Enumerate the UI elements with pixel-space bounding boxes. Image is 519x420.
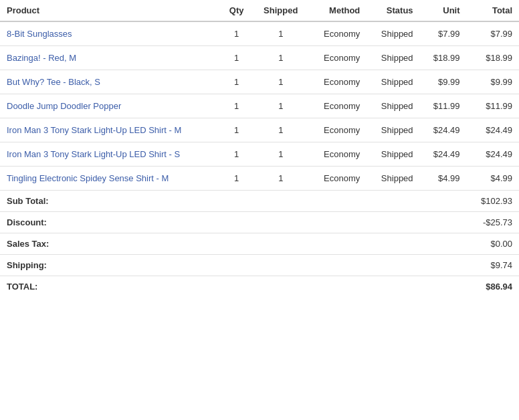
header-product: Product [0,0,220,21]
unit-cell: $24.49 [420,142,467,167]
salestax-value: $0.00 [467,233,519,255]
product-cell: Tingling Electronic Spidey Sense Shirt -… [0,167,220,191]
unit-cell: $4.99 [420,167,467,191]
total-cell: $24.49 [467,118,519,142]
table-row: Bazinga! - Red, M11EconomyShipped$18.99$… [0,46,519,70]
method-cell: Economy [308,142,367,167]
shipping-label: Shipping: [0,255,467,276]
qty-cell: 1 [220,46,253,70]
product-link[interactable]: Bazinga! - Red, M [7,53,76,63]
salestax-row: Sales Tax: $0.00 [0,233,519,255]
table-row: Doodle Jump Doodler Popper11EconomyShipp… [0,94,519,118]
header-status: Status [367,0,419,21]
table-row: 8-Bit Sunglasses11EconomyShipped$7.99$7.… [0,21,519,46]
shipped-cell: 1 [253,118,308,142]
table-row: But Why? Tee - Black, S11EconomyShipped$… [0,70,519,94]
qty-cell: 1 [220,70,253,94]
qty-cell: 1 [220,21,253,46]
status-cell: Shipped [367,46,419,70]
total-cell: $11.99 [467,94,519,118]
product-cell: Bazinga! - Red, M [0,46,220,70]
subtotal-row: Sub Total: $102.93 [0,191,519,212]
shipped-cell: 1 [253,21,308,46]
total-cell: $9.99 [467,70,519,94]
subtotal-value: $102.93 [467,191,519,212]
total-row: TOTAL: $86.94 [0,276,519,298]
unit-cell: $18.99 [420,46,467,70]
method-cell: Economy [308,46,367,70]
status-cell: Shipped [367,167,419,191]
status-cell: Shipped [367,118,419,142]
unit-cell: $9.99 [420,70,467,94]
product-link[interactable]: But Why? Tee - Black, S [7,77,100,87]
discount-value: -$25.73 [467,212,519,233]
shipped-cell: 1 [253,167,308,191]
header-qty: Qty [220,0,253,21]
header-method: Method [308,0,367,21]
product-link[interactable]: Doodle Jump Doodler Popper [7,101,121,111]
header-unit: Unit [420,0,467,21]
method-cell: Economy [308,167,367,191]
status-cell: Shipped [367,21,419,46]
order-table: Product Qty Shipped Method Status Unit T… [0,0,519,297]
shipped-cell: 1 [253,70,308,94]
total-cell: $4.99 [467,167,519,191]
table-row: Tingling Electronic Spidey Sense Shirt -… [0,167,519,191]
table-row: Iron Man 3 Tony Stark Light-Up LED Shirt… [0,142,519,167]
discount-label: Discount: [0,212,467,233]
method-cell: Economy [308,94,367,118]
subtotal-label: Sub Total: [0,191,467,212]
product-cell: 8-Bit Sunglasses [0,21,220,46]
status-cell: Shipped [367,94,419,118]
discount-row: Discount: -$25.73 [0,212,519,233]
header-shipped: Shipped [253,0,308,21]
total-value: $86.94 [467,276,519,298]
shipped-cell: 1 [253,142,308,167]
qty-cell: 1 [220,118,253,142]
unit-cell: $24.49 [420,118,467,142]
salestax-label: Sales Tax: [0,233,467,255]
shipped-cell: 1 [253,94,308,118]
product-link[interactable]: Iron Man 3 Tony Stark Light-Up LED Shirt… [7,125,181,135]
product-cell: Iron Man 3 Tony Stark Light-Up LED Shirt… [0,142,220,167]
table-row: Iron Man 3 Tony Stark Light-Up LED Shirt… [0,118,519,142]
shipped-cell: 1 [253,46,308,70]
total-cell: $7.99 [467,21,519,46]
status-cell: Shipped [367,70,419,94]
qty-cell: 1 [220,94,253,118]
status-cell: Shipped [367,142,419,167]
method-cell: Economy [308,70,367,94]
product-cell: But Why? Tee - Black, S [0,70,220,94]
shipping-row: Shipping: $9.74 [0,255,519,276]
total-label: TOTAL: [0,276,467,298]
product-link[interactable]: Tingling Electronic Spidey Sense Shirt -… [7,173,169,183]
product-link[interactable]: 8-Bit Sunglasses [7,29,72,39]
header-total: Total [467,0,519,21]
qty-cell: 1 [220,167,253,191]
unit-cell: $11.99 [420,94,467,118]
shipping-value: $9.74 [467,255,519,276]
total-cell: $18.99 [467,46,519,70]
total-cell: $24.49 [467,142,519,167]
qty-cell: 1 [220,142,253,167]
product-cell: Iron Man 3 Tony Stark Light-Up LED Shirt… [0,118,220,142]
method-cell: Economy [308,21,367,46]
unit-cell: $7.99 [420,21,467,46]
product-cell: Doodle Jump Doodler Popper [0,94,220,118]
method-cell: Economy [308,118,367,142]
product-link[interactable]: Iron Man 3 Tony Stark Light-Up LED Shirt… [7,149,180,159]
